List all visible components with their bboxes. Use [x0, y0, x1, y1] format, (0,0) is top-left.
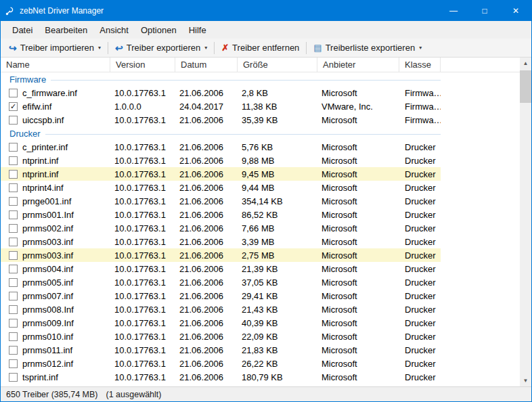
- import-arrow-icon: ↪: [9, 43, 17, 53]
- chevron-down-icon[interactable]: ▾: [419, 45, 422, 51]
- driver-checkbox[interactable]: [9, 197, 18, 206]
- driver-date: 21.06.2006: [175, 372, 238, 382]
- driver-size: 40,39 KB: [238, 318, 317, 328]
- driver-name: ntprint.inf: [22, 169, 58, 179]
- menu-item-bearbeiten[interactable]: Bearbeiten: [39, 21, 93, 39]
- table-row[interactable]: ✓efifw.inf1.0.0.024.04.201711,38 KBVMwar…: [1, 99, 441, 113]
- table-row[interactable]: c_printer.inf10.0.17763.121.06.20065,76 …: [1, 140, 441, 154]
- table-row[interactable]: prnms009.Inf10.0.17763.121.06.200640,39 …: [1, 316, 441, 330]
- table-row[interactable]: prnms011.inf10.0.17763.121.06.200621,83 …: [1, 343, 441, 357]
- driver-date: 21.06.2006: [175, 115, 238, 125]
- driver-date: 21.06.2006: [175, 210, 238, 220]
- driver-checkbox[interactable]: [9, 89, 18, 97]
- driver-vendor: Microsoft: [317, 237, 399, 247]
- driver-checkbox[interactable]: ✓: [9, 102, 18, 111]
- driver-class: Drucker: [399, 264, 441, 274]
- import-drivers-button[interactable]: ↪ Treiber importieren ▾: [4, 40, 106, 56]
- driver-version: 10.0.17763.1: [110, 318, 175, 328]
- driver-checkbox[interactable]: [9, 305, 18, 314]
- scrollbar-thumb[interactable]: [520, 70, 531, 103]
- driver-size: 21,43 KB: [238, 305, 317, 315]
- table-row[interactable]: uiccspb.inf10.0.17763.121.06.200635,39 K…: [1, 113, 441, 127]
- driver-version: 10.0.17763.1: [110, 183, 175, 193]
- driver-checkbox[interactable]: [9, 332, 18, 341]
- chevron-down-icon[interactable]: ▾: [204, 45, 207, 51]
- driver-checkbox[interactable]: [9, 251, 18, 260]
- driver-version: 10.0.17763.1: [110, 291, 175, 301]
- driver-date: 21.06.2006: [175, 183, 238, 193]
- scrollbar-track[interactable]: [520, 69, 531, 375]
- driver-checkbox[interactable]: [9, 359, 18, 368]
- table-row[interactable]: prnms007.inf10.0.17763.121.06.200629,41 …: [1, 289, 441, 303]
- table-row[interactable]: prnms004.inf10.0.17763.121.06.200621,39 …: [1, 262, 441, 275]
- chevron-down-icon[interactable]: ▾: [98, 45, 101, 51]
- table-row[interactable]: prnms003.inf10.0.17763.121.06.20062,75 M…: [1, 248, 441, 262]
- menu-item-datei[interactable]: Datei: [6, 21, 39, 39]
- driver-name: prnms009.Inf: [22, 318, 74, 328]
- table-row[interactable]: tsprint.inf10.0.17763.121.06.2006180,79 …: [1, 370, 441, 384]
- driver-vendor: Microsoft: [317, 372, 399, 382]
- scroll-up-icon[interactable]: ▲: [520, 58, 531, 69]
- table-row[interactable]: prnms008.Inf10.0.17763.121.06.200621,43 …: [1, 303, 441, 316]
- driver-checkbox[interactable]: [9, 183, 18, 192]
- driver-checkbox[interactable]: [9, 143, 18, 152]
- minimize-button[interactable]: —: [438, 1, 469, 21]
- table-row[interactable]: prnms010.inf10.0.17763.121.06.200622,09 …: [1, 330, 441, 343]
- driver-checkbox[interactable]: [9, 224, 18, 233]
- table-row[interactable]: c_firmware.inf10.0.17763.121.06.20062,8 …: [1, 86, 441, 99]
- maximize-button[interactable]: □: [469, 1, 500, 21]
- driver-checkbox[interactable]: [9, 238, 18, 246]
- table-row[interactable]: prnms001.Inf10.0.17763.121.06.200686,52 …: [1, 208, 441, 221]
- column-header-groesse[interactable]: Größe: [238, 58, 317, 72]
- driver-vendor: VMware, Inc.: [317, 102, 399, 112]
- driver-size: 21,83 KB: [238, 345, 317, 355]
- driver-checkbox[interactable]: [9, 319, 18, 328]
- remove-x-icon: ✗: [221, 43, 229, 52]
- remove-driver-button[interactable]: ✗ Treiber entfernen: [217, 40, 304, 56]
- close-button[interactable]: ✕: [500, 1, 531, 21]
- driver-name: prnms007.inf: [22, 291, 73, 301]
- menu-item-ansicht[interactable]: Ansicht: [93, 21, 135, 39]
- table-row[interactable]: prnms005.inf10.0.17763.121.06.200637,05 …: [1, 275, 441, 289]
- driver-version: 10.0.17763.1: [110, 264, 175, 274]
- driver-name-cell: prnms002.inf: [1, 223, 110, 233]
- table-row[interactable]: ntprint.inf10.0.17763.121.06.20069,45 MB…: [1, 167, 441, 181]
- driver-checkbox[interactable]: [9, 210, 18, 219]
- driver-version: 10.0.17763.1: [110, 88, 175, 98]
- driver-checkbox[interactable]: [9, 170, 18, 179]
- table-row[interactable]: prnms003.inf10.0.17763.121.06.20063,39 M…: [1, 235, 441, 248]
- export-drivers-button[interactable]: ↩ Treiber exportieren ▾: [110, 40, 212, 56]
- driver-name-cell: prnms011.inf: [1, 345, 110, 355]
- column-header-anbieter[interactable]: Anbieter: [317, 58, 399, 72]
- driver-checkbox[interactable]: [9, 156, 18, 165]
- column-header-datum[interactable]: Datum: [175, 58, 238, 72]
- driver-checkbox[interactable]: [9, 116, 18, 125]
- driver-class: Drucker: [399, 250, 441, 261]
- driver-version: 10.0.17763.1: [110, 359, 175, 369]
- driver-version: 10.0.17763.1: [110, 305, 175, 315]
- driver-checkbox[interactable]: [9, 373, 18, 382]
- column-header-name[interactable]: Name: [1, 58, 110, 72]
- driver-date: 21.06.2006: [175, 345, 238, 355]
- driver-checkbox[interactable]: [9, 278, 18, 287]
- table-row[interactable]: prnms002.inf10.0.17763.121.06.20067,66 M…: [1, 221, 441, 235]
- vertical-scrollbar[interactable]: ▲ ▼: [520, 58, 531, 386]
- driver-checkbox[interactable]: [9, 292, 18, 300]
- table-row[interactable]: ntprint.inf10.0.17763.121.06.20069,88 MB…: [1, 154, 441, 167]
- remove-driver-label: Treiber entfernen: [232, 43, 299, 53]
- driver-name: ntprint4.inf: [22, 183, 64, 193]
- menu-item-hilfe[interactable]: Hilfe: [183, 21, 213, 39]
- scroll-down-icon[interactable]: ▼: [520, 375, 531, 386]
- driver-name-cell: prnms005.inf: [1, 277, 110, 288]
- table-row[interactable]: ntprint4.inf10.0.17763.121.06.20069,44 M…: [1, 181, 441, 194]
- driver-checkbox[interactable]: [9, 346, 18, 355]
- export-driver-list-button[interactable]: ▤ Treiberliste exportieren ▾: [309, 40, 426, 56]
- group-header[interactable]: Drucker: [1, 127, 441, 140]
- group-header[interactable]: Firmware: [1, 72, 441, 86]
- driver-checkbox[interactable]: [9, 265, 18, 273]
- column-header-klasse[interactable]: Klasse: [399, 58, 441, 72]
- table-row[interactable]: prnms012.inf10.0.17763.121.06.200626,22 …: [1, 357, 441, 370]
- column-header-version[interactable]: Version: [110, 58, 175, 72]
- menu-item-optionen[interactable]: Optionen: [135, 21, 183, 39]
- table-row[interactable]: prnge001.inf10.0.17763.121.06.2006354,14…: [1, 194, 441, 208]
